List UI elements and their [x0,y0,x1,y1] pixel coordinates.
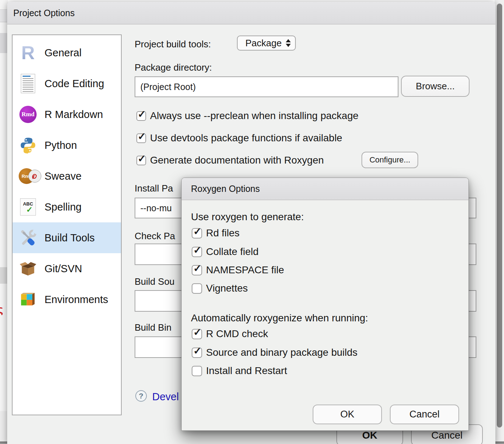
rmarkdown-icon: Rmd [18,104,38,125]
check-icon: ✓ [193,227,201,237]
background-band [0,9,8,22]
dialog-title: Project Options [7,2,495,24]
package-box-icon [18,258,38,279]
sidebar-item-code-editing[interactable]: Code Editing [13,68,121,99]
devtools-checkbox-row: ✓ Use devtools package functions if avai… [136,131,342,145]
scrollbar-thumb[interactable] [497,4,502,428]
sidebar-item-label: Sweave [45,170,81,182]
package-directory-input[interactable] [135,76,398,97]
sidebar-item-label: Python [45,140,77,151]
package-directory-label: Package directory: [135,62,212,73]
code-file-icon [18,73,38,94]
namespace-file-checkbox[interactable]: ✓ [192,265,202,275]
background-band [0,33,8,53]
spellcheck-icon: ABC ✓ [18,197,38,217]
devtools-checkbox[interactable]: ✓ [136,133,146,143]
r-cmd-check-checkbox[interactable]: ✓ [192,329,202,339]
rd-files-row: ✓ Rd files [192,226,239,240]
check-icon: ✓ [137,109,146,119]
roxygen-options-dialog: Roxygen Options Use roxygen to generate:… [181,178,469,431]
roxygen-checkbox[interactable]: ✓ [136,156,146,165]
namespace-file-label: NAMESPACE file [206,264,284,276]
check-icon: ✓ [137,154,146,164]
collate-field-checkbox[interactable]: ✓ [192,247,202,257]
r-cmd-check-label: R CMD check [206,328,268,340]
sidebar-item-label: Spelling [45,201,81,213]
screen: ς Project Options R General Code Editing [0,0,504,444]
sidebar-item-git-svn[interactable]: Git/SVN [13,253,121,284]
developing-packages-link[interactable]: Devel [152,391,179,403]
sidebar-item-r-markdown[interactable]: Rmd R Markdown [13,99,121,130]
sidebar-item-general[interactable]: R General [13,37,121,68]
install-restart-checkbox[interactable]: ✓ [192,366,202,376]
sidebar-item-label: Git/SVN [45,263,82,275]
configure-button[interactable]: Configure... [361,152,418,168]
sidebar-item-sweave[interactable]: Rnw Sweave [13,161,121,192]
selected-build-tool: Package [243,38,284,49]
build-tools-label: Project build tools: [135,39,211,50]
sidebar-item-environments[interactable]: Environments [13,284,121,315]
namespace-file-row: ✓ NAMESPACE file [192,263,284,277]
browse-button[interactable]: Browse... [401,76,470,97]
vignettes-label: Vignettes [206,283,248,294]
sidebar-item-build-tools[interactable]: Build Tools [13,222,121,253]
sidebar-item-label: Code Editing [45,78,104,90]
sidebar-item-label: Environments [45,294,108,306]
stepper-arrows-icon [286,39,291,47]
rd-files-checkbox[interactable]: ✓ [192,228,202,238]
rd-files-label: Rd files [206,227,239,239]
sidebar-item-python[interactable]: Python [13,130,121,161]
check-icon: ✓ [137,132,146,142]
check-args-label: Check Pa [135,231,175,242]
roxygen-ok-button[interactable]: OK [313,405,382,424]
build-source-args-label: Build Sou [135,276,174,287]
background-band [0,411,8,444]
install-restart-label: Install and Restart [206,365,287,377]
source-binary-checkbox[interactable]: ✓ [192,348,202,358]
install-args-label: Install Pa [135,183,173,194]
r-cmd-check-row: ✓ R CMD check [192,327,268,341]
check-icon: ✓ [193,346,201,356]
check-icon: ✓ [193,327,201,337]
sidebar-item-label: R Markdown [45,109,103,121]
build-tools-icon [18,227,38,248]
devtools-label: Use devtools package functions if availa… [150,132,342,144]
sweave-icon: Rnw [18,166,41,186]
r-logo-icon: R [18,42,38,63]
help-icon[interactable]: ? [135,390,147,402]
collate-field-label: Collate field [206,246,258,258]
roxygen-label: Generate documentation with Roxygen [150,155,324,166]
sidebar-item-label: Build Tools [45,232,95,244]
environments-icon [18,289,38,310]
collate-field-row: ✓ Collate field [192,245,258,259]
vignettes-row: ✓ Vignettes [192,281,248,296]
sidebar-item-spelling[interactable]: ABC ✓ Spelling [13,192,121,222]
check-icon: ✓ [193,264,201,274]
auto-section-label: Automatically roxygenize when running: [191,312,368,324]
background-band [0,267,8,284]
roxygen-cancel-button[interactable]: Cancel [390,405,459,424]
sidebar-item-label: General [45,47,81,59]
vignettes-checkbox[interactable]: ✓ [192,283,202,294]
preclean-checkbox[interactable]: ✓ [136,111,146,121]
preclean-label: Always use --preclean when installing pa… [150,110,359,122]
build-binary-args-label: Build Bin [135,322,172,333]
generate-section-label: Use roxygen to generate: [191,211,304,223]
category-sidebar: R General Code Editing Rmd R Markdown [12,34,122,415]
project-build-tools-select[interactable]: Package [237,36,296,51]
python-icon [18,135,38,156]
source-binary-label: Source and binary package builds [206,347,358,358]
roxygen-checkbox-row: ✓ Generate documentation with Roxygen [136,153,324,167]
background-window-left: ς [0,0,8,444]
preclean-checkbox-row: ✓ Always use --preclean when installing … [136,109,359,123]
source-binary-row: ✓ Source and binary package builds [192,345,358,360]
install-restart-row: ✓ Install and Restart [192,364,287,378]
roxygen-dialog-title: Roxygen Options [182,178,468,200]
check-icon: ✓ [193,245,201,255]
background-artifact: ς [0,303,3,316]
